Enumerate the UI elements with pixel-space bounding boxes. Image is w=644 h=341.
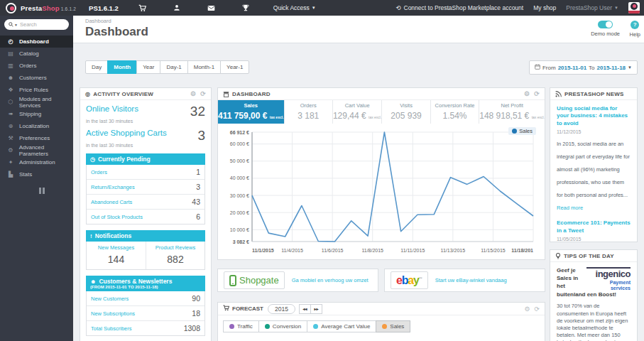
- toggle-sales[interactable]: Sales: [376, 320, 410, 332]
- new-messages-link[interactable]: New Messages: [87, 242, 146, 251]
- read-more-link[interactable]: Read more: [557, 205, 583, 211]
- kpi-sales[interactable]: Sales411 759,00 € tax excl.: [218, 100, 285, 124]
- pending-orders-row: Orders1: [87, 165, 204, 180]
- sidebar-item-price-rules[interactable]: ❖Price Rules: [0, 84, 73, 96]
- panel-refresh-icon[interactable]: ⟳: [534, 305, 540, 313]
- cart-icon[interactable]: [138, 4, 146, 12]
- range-month-button[interactable]: Month: [107, 60, 137, 74]
- demo-mode-toggle[interactable]: [598, 21, 613, 28]
- shopgate-banner[interactable]: Shopgate Ga mobiel en verhoog uw omzet: [217, 269, 378, 292]
- kpi-net-profit[interactable]: Net Profit148 918,51 € tax excl.: [479, 100, 545, 124]
- range-day-button[interactable]: Day: [85, 60, 108, 74]
- range-day-1-button[interactable]: Day-1: [160, 60, 187, 74]
- panel-refresh-icon[interactable]: ⟳: [200, 90, 206, 97]
- kpi-orders[interactable]: Orders3 181: [285, 100, 333, 124]
- panel-refresh-icon[interactable]: ⟳: [534, 90, 540, 97]
- kpi-cart-value[interactable]: Cart Value129,44 € tax excl.: [333, 100, 382, 124]
- news-panel-title: PRESTASHOP NEWS: [564, 91, 624, 97]
- user-menu[interactable]: PrestaShop User▼: [566, 4, 618, 11]
- sidebar-item-customers[interactable]: ☻Customers: [0, 72, 73, 84]
- average-cart-value-dot-icon: [313, 324, 318, 329]
- customers-icon: ☻: [7, 75, 14, 81]
- svg-text:11/4/2015: 11/4/2015: [281, 248, 303, 253]
- new-customers-row: New Customers90: [87, 291, 204, 306]
- panel-settings-icon[interactable]: ⚙: [190, 90, 196, 97]
- legend-dot-icon: [512, 129, 517, 134]
- search-input[interactable]: [20, 21, 57, 28]
- news-item-title-link[interactable]: Using social media for your business: 4 …: [557, 105, 631, 127]
- user-avatar[interactable]: [628, 2, 640, 13]
- my-shop-link[interactable]: My shop: [533, 4, 556, 11]
- sidebar: ▼ ◴Dashboard ▤Catalog ▥Orders ☻Customers…: [0, 16, 73, 341]
- mail-icon[interactable]: [207, 5, 215, 11]
- sidebar-item-administration[interactable]: ✦Administration: [0, 156, 73, 168]
- date-picker-button[interactable]: From2015-11-01 To2015-11-18 ▼: [529, 60, 638, 75]
- ebay-banner[interactable]: ebay™ Start uw eBay-winkel vandaag: [384, 269, 545, 292]
- product-reviews-value: 882: [146, 251, 204, 269]
- online-visitors-link[interactable]: Online Visitors: [86, 104, 138, 113]
- sidebar-item-orders[interactable]: ▥Orders: [0, 60, 73, 72]
- ebay-link[interactable]: Start uw eBay-winkel vandaag: [435, 277, 507, 283]
- sidebar-collapse-button[interactable]: [39, 188, 73, 194]
- help-icon[interactable]: ?: [631, 21, 639, 29]
- sidebar-item-dashboard[interactable]: ◴Dashboard: [0, 36, 73, 48]
- pending-orders-link[interactable]: Orders: [91, 169, 107, 175]
- toggle-average-cart-value[interactable]: Average Cart Value: [307, 320, 376, 332]
- sidebar-item-advanced-parameters[interactable]: ⚙Advanced Parameters: [0, 144, 73, 156]
- new-customers-link[interactable]: New Customers: [91, 296, 129, 302]
- panel-settings-icon[interactable]: ⚙: [524, 305, 530, 313]
- ingenico-logo: ingenico Paymentservices: [586, 267, 631, 291]
- shopgate-link[interactable]: Ga mobiel en verhoog uw omzet: [292, 277, 369, 283]
- kpi-visits[interactable]: Visits205 939: [382, 100, 430, 124]
- preferences-icon: ⚒: [7, 135, 14, 141]
- traffic-dot-icon: [229, 324, 234, 329]
- quick-access-menu[interactable]: Quick Access▼: [273, 4, 316, 11]
- lightbulb-icon: [555, 253, 561, 259]
- orders-icon: ▥: [7, 63, 14, 69]
- active-carts-caption: in the last 30 minutes: [86, 143, 205, 148]
- kpi-conversion-rate[interactable]: Conversion Rate1.54%: [431, 100, 479, 124]
- forecast-prev-button[interactable]: ◂◂: [299, 304, 311, 314]
- forecast-next-button[interactable]: ▸▸: [310, 304, 322, 314]
- sidebar-item-preferences[interactable]: ⚒Preferences: [0, 132, 73, 144]
- sidebar-item-localization[interactable]: ⊕Localization: [0, 120, 73, 132]
- panel-settings-icon[interactable]: ⚙: [524, 90, 530, 97]
- out-of-stock-link[interactable]: Out of Stock Products: [91, 214, 143, 220]
- range-year-button[interactable]: Year: [136, 60, 160, 74]
- sidebar-search[interactable]: ▼: [4, 19, 69, 30]
- sidebar-item-catalog[interactable]: ▤Catalog: [0, 48, 73, 60]
- total-subscribers-link[interactable]: Total Subscribers: [91, 325, 132, 332]
- active-carts-link[interactable]: Active Shopping Carts: [86, 129, 167, 137]
- range-year-1-button[interactable]: Year-1: [220, 60, 249, 74]
- caret-down-icon: ▼: [628, 65, 632, 70]
- svg-text:11/1/2015: 11/1/2015: [252, 248, 274, 253]
- returns-link[interactable]: Return/Exchanges: [91, 184, 135, 190]
- abandoned-carts-link[interactable]: Abandoned Carts: [91, 199, 132, 205]
- sidebar-item-stats[interactable]: ▙Stats: [0, 168, 73, 180]
- range-month-1-button[interactable]: Month-1: [187, 60, 221, 74]
- marketplace-link[interactable]: ⟲Connect to PrestaShop Marketplace accou…: [395, 4, 523, 11]
- online-visitors-caption: in the last 30 minutes: [86, 119, 205, 124]
- prestashop-logo[interactable]: [6, 3, 16, 13]
- shop-name-link[interactable]: PS1.6.1.2: [89, 4, 119, 12]
- chart-legend[interactable]: Sales: [508, 127, 536, 135]
- toggle-conversion[interactable]: Conversion: [258, 320, 307, 332]
- news-item-title-link[interactable]: Ecommerce 101: Payments in a Tweet: [557, 220, 631, 234]
- customer-icon[interactable]: [173, 4, 180, 11]
- sidebar-item-shipping[interactable]: ➠Shipping: [0, 108, 73, 120]
- topbar: PrestaShop1.6.1.2 PS1.6.1.2 Quick Access…: [0, 0, 644, 16]
- new-subscriptions-row: New Subscriptions18: [87, 306, 204, 321]
- page-title: Dashboard: [85, 25, 148, 39]
- forecast-year[interactable]: 2015: [268, 304, 295, 314]
- svg-text:3 082 €: 3 082 €: [233, 239, 249, 244]
- online-visitors-value: 32: [190, 104, 205, 118]
- product-reviews-link[interactable]: Product Reviews: [146, 242, 204, 251]
- help-control[interactable]: ? Help: [630, 21, 640, 38]
- new-messages-value: 144: [87, 251, 146, 269]
- new-subscriptions-link[interactable]: New Subscriptions: [91, 310, 135, 317]
- sidebar-item-modules[interactable]: ⬡Modules and Services: [0, 96, 73, 108]
- toggle-traffic[interactable]: Traffic: [223, 320, 259, 332]
- sales-dot-icon: [382, 324, 387, 329]
- phone-icon: [229, 275, 236, 286]
- trophy-icon[interactable]: [242, 4, 249, 11]
